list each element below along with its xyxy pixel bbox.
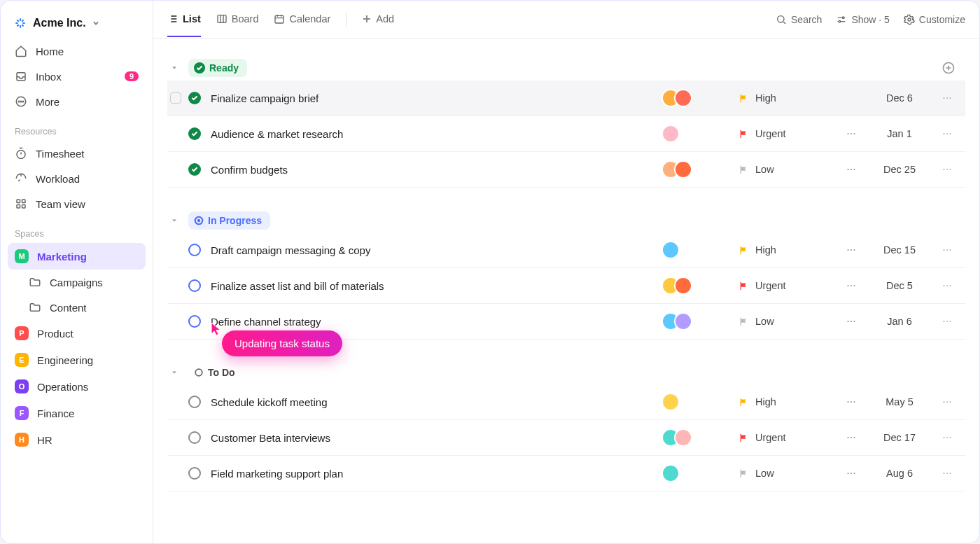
task-priority[interactable]: High — [738, 244, 836, 256]
status-progress-icon[interactable] — [188, 279, 201, 292]
status-todo-icon[interactable] — [188, 396, 201, 408]
topbar-customize[interactable]: Customize — [904, 14, 965, 25]
add-view-button[interactable]: Add — [362, 2, 394, 37]
subtask-indicator-icon[interactable]: ··· — [846, 279, 855, 292]
task-date[interactable]: Aug 6 — [866, 468, 933, 479]
workspace-switcher[interactable]: Acme Inc. — [8, 11, 146, 39]
task-date[interactable]: Dec 6 — [866, 92, 933, 104]
task-row[interactable]: Confirm budgetsLow···Dec 25··· — [167, 152, 965, 188]
task-priority[interactable]: Urgent — [738, 280, 836, 291]
folder-campaigns[interactable]: Campaigns — [8, 270, 146, 295]
subtask-indicator-icon[interactable]: ··· — [846, 431, 855, 444]
subtask-indicator-icon[interactable]: ··· — [846, 315, 855, 328]
task-row[interactable]: Schedule kickoff meetingHigh···May 5··· — [167, 384, 965, 420]
svg-point-15 — [197, 219, 200, 222]
status-todo-icon[interactable] — [188, 467, 201, 480]
tab-list[interactable]: List — [167, 2, 201, 37]
subtask-indicator-icon[interactable]: ··· — [846, 163, 855, 176]
task-date[interactable]: Dec 25 — [866, 164, 933, 175]
assignee-avatar[interactable] — [662, 393, 680, 411]
tab-calendar[interactable]: Calendar — [274, 2, 330, 37]
add-task-button[interactable] — [932, 58, 965, 78]
assignee-avatar[interactable] — [662, 464, 680, 482]
subtask-indicator-icon[interactable]: ··· — [846, 467, 855, 480]
group-status-pill[interactable]: In Progress — [188, 211, 270, 230]
svg-point-3 — [22, 101, 24, 102]
assignee-avatar[interactable] — [662, 125, 680, 143]
svg-rect-9 — [218, 15, 226, 22]
status-ready-icon[interactable] — [188, 163, 201, 176]
assignee-avatar[interactable] — [674, 160, 692, 179]
task-row[interactable]: Finalize campaign briefHighDec 6··· — [167, 81, 965, 116]
svg-rect-8 — [22, 205, 26, 209]
space-product[interactable]: PProduct — [8, 320, 146, 347]
task-more-button[interactable]: ··· — [933, 279, 961, 292]
task-more-button[interactable]: ··· — [933, 92, 961, 104]
space-marketing[interactable]: MMarketing — [8, 243, 146, 270]
subtask-indicator-icon[interactable]: ··· — [846, 127, 855, 140]
priority-label: Urgent — [755, 432, 786, 443]
task-date[interactable]: May 5 — [866, 396, 933, 407]
task-checkbox[interactable] — [170, 92, 181, 104]
subtask-indicator-icon[interactable]: ··· — [846, 244, 855, 256]
task-priority[interactable]: High — [738, 396, 836, 407]
status-ready-icon[interactable] — [188, 92, 201, 104]
task-row[interactable]: Draft campaign messaging & copyHigh···De… — [167, 232, 965, 268]
assignee-avatar[interactable] — [662, 241, 680, 259]
group-status-pill[interactable]: Ready — [188, 59, 247, 77]
task-more-button[interactable]: ··· — [933, 244, 961, 256]
task-row[interactable]: Audience & market researchUrgent···Jan 1… — [167, 116, 965, 152]
task-date[interactable]: Jan 6 — [866, 316, 933, 327]
task-row[interactable]: Finalize asset list and bill of material… — [167, 268, 965, 304]
space-engineering[interactable]: EEngineering — [8, 347, 146, 373]
task-priority[interactable]: Low — [738, 468, 836, 479]
task-priority[interactable]: Urgent — [738, 128, 836, 139]
priority-label: Low — [755, 164, 774, 175]
task-more-button[interactable]: ··· — [933, 396, 961, 408]
group-status-pill[interactable]: To Do — [188, 363, 244, 382]
task-priority[interactable]: Low — [738, 316, 836, 327]
nav-home[interactable]: Home — [8, 39, 146, 64]
task-date[interactable]: Dec 5 — [866, 280, 933, 291]
resource-workload[interactable]: Workload — [8, 166, 146, 191]
space-hr[interactable]: HHR — [8, 426, 146, 453]
task-more-button[interactable]: ··· — [933, 315, 961, 328]
topbar-search[interactable]: Search — [776, 14, 822, 25]
subtask-indicator-icon[interactable]: ··· — [846, 396, 855, 408]
collapse-toggle[interactable] — [167, 365, 181, 379]
status-progress-icon[interactable] — [188, 244, 201, 256]
assignee-avatar[interactable] — [674, 312, 692, 330]
svg-point-11 — [778, 15, 784, 22]
task-priority[interactable]: Urgent — [738, 432, 836, 443]
nav-inbox[interactable]: Inbox9 — [8, 64, 146, 89]
task-more-button[interactable]: ··· — [933, 467, 961, 480]
status-ready-icon[interactable] — [188, 127, 201, 140]
assignee-avatar[interactable] — [674, 89, 692, 107]
task-priority[interactable]: High — [738, 92, 836, 104]
task-more-button[interactable]: ··· — [933, 431, 961, 444]
svg-rect-7 — [17, 205, 20, 209]
task-row[interactable]: Customer Beta interviewsUrgent···Dec 17·… — [167, 420, 965, 456]
space-operations[interactable]: OOperations — [8, 373, 146, 400]
assignee-avatar[interactable] — [674, 277, 692, 295]
status-progress-icon[interactable] — [188, 315, 201, 328]
task-more-button[interactable]: ··· — [933, 127, 961, 140]
task-date[interactable]: Dec 17 — [866, 432, 933, 443]
nav-more[interactable]: More — [8, 89, 146, 114]
task-row[interactable]: Define channel strategyLow···Jan 6··· — [167, 304, 965, 340]
collapse-toggle[interactable] — [167, 61, 181, 75]
assignee-avatar[interactable] — [674, 428, 692, 447]
tab-board[interactable]: Board — [216, 2, 259, 37]
resource-team view[interactable]: Team view — [8, 191, 146, 216]
space-finance[interactable]: FFinance — [8, 400, 146, 426]
collapse-toggle[interactable] — [167, 214, 181, 228]
status-todo-icon[interactable] — [188, 431, 201, 444]
task-priority[interactable]: Low — [738, 164, 836, 175]
folder-content[interactable]: Content — [8, 295, 146, 320]
topbar-show[interactable]: Show · 5 — [836, 14, 889, 25]
task-more-button[interactable]: ··· — [933, 163, 961, 176]
resource-timesheet[interactable]: Timesheet — [8, 141, 146, 166]
task-row[interactable]: Field marketing support planLow···Aug 6·… — [167, 456, 965, 491]
task-date[interactable]: Jan 1 — [866, 128, 933, 139]
task-date[interactable]: Dec 15 — [866, 244, 933, 256]
